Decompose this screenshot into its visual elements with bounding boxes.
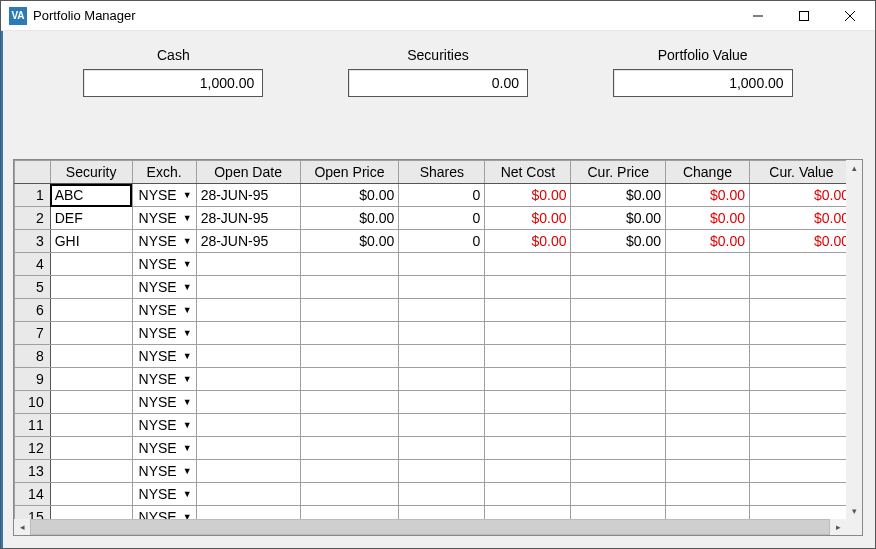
cur-value-cell[interactable] <box>749 483 846 506</box>
open-price-cell[interactable] <box>300 299 399 322</box>
net-cost-cell[interactable] <box>485 368 571 391</box>
row-number-cell[interactable]: 3 <box>15 230 51 253</box>
open-date-cell[interactable]: 28-JUN-95 <box>196 184 300 207</box>
table-row[interactable]: 1ABCNYSE▼28-JUN-95$0.000$0.00$0.00$0.00$… <box>15 184 847 207</box>
cur-price-cell[interactable] <box>571 437 666 460</box>
open-date-cell[interactable] <box>196 276 300 299</box>
cur-value-cell[interactable] <box>749 253 846 276</box>
table-row[interactable]: 14NYSE▼ <box>15 483 847 506</box>
open-price-cell[interactable] <box>300 483 399 506</box>
security-cell[interactable] <box>50 506 132 520</box>
row-number-cell[interactable]: 14 <box>15 483 51 506</box>
change-cell[interactable] <box>665 391 749 414</box>
cur-price-cell[interactable] <box>571 414 666 437</box>
change-cell[interactable] <box>665 276 749 299</box>
exchange-cell[interactable]: NYSE▼ <box>132 184 196 207</box>
change-cell[interactable] <box>665 506 749 520</box>
row-number-cell[interactable]: 10 <box>15 391 51 414</box>
col-header-change[interactable]: Change <box>665 161 749 184</box>
shares-cell[interactable] <box>399 506 485 520</box>
cur-value-cell[interactable] <box>749 391 846 414</box>
row-number-cell[interactable]: 8 <box>15 345 51 368</box>
cur-value-cell[interactable]: $0.00 <box>749 230 846 253</box>
col-header-cur-value[interactable]: Cur. Value <box>749 161 846 184</box>
open-date-cell[interactable] <box>196 368 300 391</box>
security-cell[interactable] <box>50 391 132 414</box>
cash-input[interactable] <box>83 69 263 97</box>
row-number-cell[interactable]: 6 <box>15 299 51 322</box>
change-cell[interactable] <box>665 460 749 483</box>
net-cost-cell[interactable] <box>485 322 571 345</box>
exchange-cell[interactable]: NYSE▼ <box>132 276 196 299</box>
open-date-cell[interactable]: 28-JUN-95 <box>196 230 300 253</box>
scroll-down-icon[interactable]: ▾ <box>846 503 862 519</box>
cur-value-cell[interactable] <box>749 368 846 391</box>
open-date-cell[interactable] <box>196 437 300 460</box>
change-cell[interactable] <box>665 368 749 391</box>
horizontal-scrollbar[interactable]: ◂ ▸ <box>14 519 846 535</box>
security-cell[interactable] <box>50 345 132 368</box>
exchange-cell[interactable]: NYSE▼ <box>132 299 196 322</box>
shares-cell[interactable] <box>399 345 485 368</box>
row-number-cell[interactable]: 4 <box>15 253 51 276</box>
open-price-cell[interactable] <box>300 345 399 368</box>
table-row[interactable]: 6NYSE▼ <box>15 299 847 322</box>
change-cell[interactable] <box>665 345 749 368</box>
row-number-cell[interactable]: 11 <box>15 414 51 437</box>
scroll-left-icon[interactable]: ◂ <box>14 519 30 535</box>
row-number-cell[interactable]: 15 <box>15 506 51 520</box>
open-date-cell[interactable] <box>196 253 300 276</box>
change-cell[interactable] <box>665 322 749 345</box>
table-row[interactable]: 8NYSE▼ <box>15 345 847 368</box>
securities-input[interactable] <box>348 69 528 97</box>
cur-value-cell[interactable]: $0.00 <box>749 184 846 207</box>
open-price-cell[interactable] <box>300 276 399 299</box>
open-price-cell[interactable] <box>300 437 399 460</box>
exchange-cell[interactable]: NYSE▼ <box>132 460 196 483</box>
net-cost-cell[interactable] <box>485 483 571 506</box>
cur-value-cell[interactable] <box>749 414 846 437</box>
security-cell[interactable] <box>50 437 132 460</box>
open-price-cell[interactable] <box>300 368 399 391</box>
security-cell[interactable] <box>50 299 132 322</box>
row-number-cell[interactable]: 7 <box>15 322 51 345</box>
cur-price-cell[interactable] <box>571 506 666 520</box>
open-price-cell[interactable] <box>300 414 399 437</box>
row-number-cell[interactable]: 2 <box>15 207 51 230</box>
change-cell[interactable]: $0.00 <box>665 230 749 253</box>
exchange-cell[interactable]: NYSE▼ <box>132 414 196 437</box>
shares-cell[interactable] <box>399 414 485 437</box>
cur-price-cell[interactable] <box>571 253 666 276</box>
cur-value-cell[interactable] <box>749 276 846 299</box>
row-number-cell[interactable]: 5 <box>15 276 51 299</box>
shares-cell[interactable] <box>399 437 485 460</box>
shares-cell[interactable] <box>399 483 485 506</box>
security-cell[interactable] <box>50 276 132 299</box>
shares-cell[interactable] <box>399 460 485 483</box>
cur-value-cell[interactable] <box>749 460 846 483</box>
cur-price-cell[interactable] <box>571 368 666 391</box>
exchange-cell[interactable]: NYSE▼ <box>132 345 196 368</box>
scroll-up-icon[interactable]: ▴ <box>846 160 862 176</box>
security-cell[interactable] <box>50 368 132 391</box>
table-row[interactable]: 12NYSE▼ <box>15 437 847 460</box>
net-cost-cell[interactable]: $0.00 <box>485 230 571 253</box>
net-cost-cell[interactable] <box>485 276 571 299</box>
net-cost-cell[interactable] <box>485 345 571 368</box>
exchange-cell[interactable]: NYSE▼ <box>132 506 196 520</box>
change-cell[interactable]: $0.00 <box>665 207 749 230</box>
shares-cell[interactable]: 0 <box>399 230 485 253</box>
table-row[interactable]: 11NYSE▼ <box>15 414 847 437</box>
row-number-cell[interactable]: 13 <box>15 460 51 483</box>
open-date-cell[interactable] <box>196 345 300 368</box>
net-cost-cell[interactable] <box>485 414 571 437</box>
table-row[interactable]: 2DEFNYSE▼28-JUN-95$0.000$0.00$0.00$0.00$… <box>15 207 847 230</box>
open-price-cell[interactable]: $0.00 <box>300 230 399 253</box>
cur-price-cell[interactable] <box>571 345 666 368</box>
vscroll-track[interactable] <box>846 176 862 503</box>
row-number-cell[interactable]: 1 <box>15 184 51 207</box>
col-header-shares[interactable]: Shares <box>399 161 485 184</box>
cur-price-cell[interactable] <box>571 299 666 322</box>
change-cell[interactable] <box>665 437 749 460</box>
cur-price-cell[interactable] <box>571 322 666 345</box>
